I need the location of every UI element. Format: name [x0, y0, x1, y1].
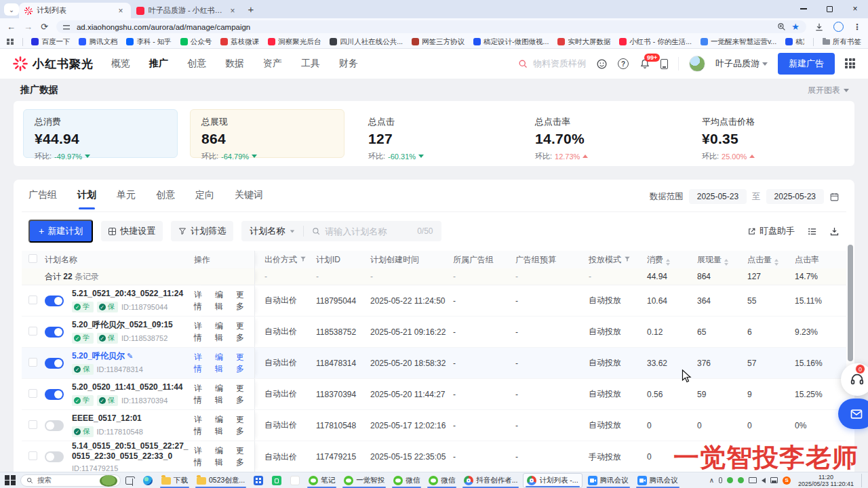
taskbar-app[interactable] — [140, 473, 156, 488]
stat-card[interactable]: 总点击率14.70%环比:12.73% — [524, 109, 678, 158]
tab-定向[interactable]: 定向 — [195, 189, 214, 209]
start-button[interactable] — [2, 473, 18, 488]
col-bid-type[interactable]: 出价方式 — [255, 254, 316, 266]
display-icon[interactable] — [749, 477, 757, 483]
action-编辑[interactable]: 编辑 — [215, 289, 229, 312]
app-logo[interactable]: 小红书聚光 — [12, 56, 94, 72]
tray-expand-icon[interactable]: ∧ — [709, 476, 714, 484]
minimize-button[interactable] — [791, 0, 816, 18]
action-详情[interactable]: 详情 — [194, 289, 208, 312]
browser-tab[interactable]: 计划列表× — [19, 3, 131, 18]
row-checkbox[interactable] — [28, 327, 37, 336]
action-更多[interactable]: 更多 — [236, 289, 250, 312]
search-highlight-turtle-image[interactable] — [100, 475, 117, 487]
taskbar-app-微信[interactable]: 微信 — [425, 473, 458, 488]
download-icon[interactable] — [814, 22, 824, 32]
close-tab-icon[interactable]: × — [116, 6, 125, 16]
bookmark-item[interactable]: 百度一下 — [31, 37, 70, 47]
action-详情[interactable]: 详情 — [194, 352, 208, 375]
bookmark-item[interactable]: 公众号 — [180, 37, 212, 47]
tab-创意[interactable]: 创意 — [156, 189, 175, 209]
plan-name[interactable]: 5.14_0515_20:51_0515_22:27_0515_22:30_05… — [72, 441, 190, 462]
url-text[interactable]: ad.xiaohongshu.com/aurora/ad/manage/camp… — [77, 23, 772, 31]
plan-search-input[interactable] — [325, 226, 413, 237]
nav-item-推广[interactable]: 推广 — [149, 58, 168, 70]
search-field-select[interactable]: 计划名称 — [241, 225, 303, 237]
bookmark-star-icon[interactable]: ★ — [791, 22, 800, 32]
reload-button[interactable]: ⟳ — [41, 22, 48, 32]
action-更多[interactable]: 更多 — [236, 445, 250, 468]
expand-chart-link[interactable]: 展开图表 — [808, 85, 849, 96]
profile-avatar-icon[interactable] — [833, 22, 844, 32]
taskbar-app-腾讯会议[interactable]: 腾讯会议 — [585, 473, 632, 488]
bookmark-item[interactable]: 一觉醒来智慧运营v... — [701, 37, 776, 47]
plan-name[interactable]: 5.20_0520_11:41_0520_11:44 — [72, 382, 183, 392]
bookmark-item[interactable]: 腾讯文档 — [79, 37, 117, 47]
action-更多[interactable]: 更多 — [236, 321, 250, 344]
bookmarks-apps-icon[interactable] — [7, 39, 14, 45]
feedback-smiley-icon[interactable] — [596, 58, 608, 70]
printer-icon[interactable] — [770, 477, 778, 483]
forward-button[interactable]: → — [24, 22, 33, 32]
download-icon[interactable] — [829, 226, 840, 237]
plan-toggle[interactable] — [45, 420, 64, 431]
nav-item-数据[interactable]: 数据 — [225, 58, 244, 70]
action-更多[interactable]: 更多 — [236, 352, 250, 375]
notifications-bell-icon[interactable]: 99+ — [639, 58, 650, 70]
tab-广告组[interactable]: 广告组 — [28, 189, 57, 209]
header-search[interactable]: 物料资质样例 — [518, 58, 586, 70]
plan-name[interactable]: 5.20_呼伦贝尔_0521_09:15 — [72, 320, 173, 330]
tab-计划[interactable]: 计划 — [77, 189, 96, 209]
taskbar-search[interactable]: 搜索 — [20, 474, 121, 487]
nav-item-资产[interactable]: 资产 — [263, 58, 282, 70]
zoom-icon[interactable] — [777, 22, 786, 31]
help-icon[interactable]: ? — [618, 58, 629, 69]
all-bookmarks-button[interactable]: 所有书签 — [823, 37, 861, 47]
plan-toggle[interactable] — [45, 358, 64, 369]
col-clicks[interactable]: 点击量 — [747, 254, 795, 266]
stat-card[interactable]: 平均点击价格¥0.35环比:25.00% — [690, 109, 845, 158]
row-checkbox[interactable] — [28, 389, 37, 398]
new-tab-button[interactable]: + — [243, 1, 259, 17]
date-to-field[interactable]: 2025-05-23 — [766, 189, 824, 204]
stat-card[interactable]: 总点击127环比:-60.31% — [357, 109, 511, 158]
back-button[interactable]: ← — [7, 22, 16, 32]
action-详情[interactable]: 详情 — [194, 321, 208, 344]
action-更多[interactable]: 更多 — [236, 414, 250, 437]
speaker-icon[interactable] — [762, 478, 766, 483]
tab-关键词[interactable]: 关键词 — [235, 189, 263, 209]
close-tab-icon[interactable]: × — [228, 6, 237, 16]
plan-toggle[interactable] — [45, 296, 64, 306]
bookmark-item[interactable]: 荔枝微课 — [220, 37, 259, 47]
column-settings-icon[interactable] — [807, 226, 817, 237]
bookmark-item[interactable]: 稿定设计-做图做视... — [473, 37, 549, 47]
wechat-tray-icon[interactable] — [727, 477, 733, 483]
maximize-button[interactable] — [816, 0, 842, 18]
plan-name[interactable]: EEEE_0517_12:01 — [72, 413, 143, 424]
select-all-checkbox[interactable] — [28, 254, 37, 263]
sogou-input-icon[interactable]: S — [783, 476, 791, 485]
taskbar-app-计划列表 -...[interactable]: 计划列表 -... — [523, 473, 582, 488]
site-info-icon[interactable] — [63, 24, 71, 30]
plan-name[interactable]: 5.20_呼伦贝尔✎ — [72, 351, 143, 361]
action-编辑[interactable]: 编辑 — [215, 321, 229, 344]
action-详情[interactable]: 详情 — [194, 383, 208, 406]
tab-单元[interactable]: 单元 — [117, 189, 136, 209]
plan-toggle[interactable] — [45, 389, 64, 400]
plan-toggle[interactable] — [45, 451, 64, 462]
row-checkbox[interactable] — [28, 420, 37, 429]
row-checkbox[interactable] — [28, 296, 37, 304]
message-button[interactable] — [838, 399, 868, 429]
action-编辑[interactable]: 编辑 — [215, 414, 229, 437]
account-avatar[interactable] — [689, 56, 705, 72]
taskbar-app-抖音创作者...[interactable]: 抖音创作者... — [460, 473, 521, 488]
taskbar-app-笔记[interactable]: 笔记 — [305, 473, 338, 488]
action-编辑[interactable]: 编辑 — [215, 445, 229, 468]
nav-item-工具[interactable]: 工具 — [301, 58, 320, 70]
action-编辑[interactable]: 编辑 — [215, 383, 229, 406]
action-编辑[interactable]: 编辑 — [215, 352, 229, 375]
bookmark-item[interactable]: 洞察聚光后台 — [268, 37, 321, 47]
col-cost[interactable]: 消费 — [647, 254, 697, 266]
mobile-device-icon[interactable] — [660, 59, 668, 69]
url-field[interactable]: ad.xiaohongshu.com/aurora/ad/manage/camp… — [56, 20, 806, 33]
